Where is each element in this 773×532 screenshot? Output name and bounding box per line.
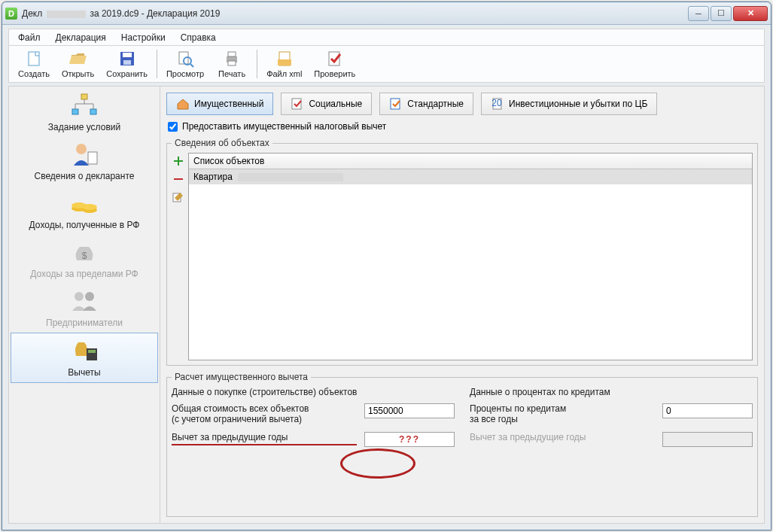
svg-rect-3 [123,60,131,65]
sidebar-label: Вычеты [14,367,154,378]
svg-rect-9 [228,61,236,65]
objects-fieldset: Сведения об объектах Список объектов Ква… [166,138,758,366]
minimize-button[interactable]: ─ [688,6,709,21]
close-button[interactable]: ✕ [733,6,768,21]
hierarchy-icon [69,93,99,117]
tab-social[interactable]: Социальные [281,93,372,115]
toolbar-separator [157,50,157,78]
menubar: Файл Декларация Настройки Справка [8,29,765,45]
sidebar-item-conditions[interactable]: Задание условий [11,88,158,137]
preview-label: Просмотр [166,69,204,78]
sidebar-label: Задание условий [14,122,155,132]
menu-settings[interactable]: Настройки [115,31,172,44]
svg-line-6 [190,64,193,67]
prev-years-right-input [662,432,753,447]
svg-point-23 [75,292,84,301]
prev-years-row: Вычет за предыдущие годы ??? [172,432,455,447]
body-area: Задание условий Сведения о декларанте До… [8,86,765,524]
tab-label: Стандартные [407,99,464,109]
title-prefix: Декл [22,8,42,19]
tab-label: Имущественный [194,99,263,109]
sidebar-item-income-rf[interactable]: Доходы, полученные в РФ [11,186,158,235]
svg-rect-13 [81,94,87,99]
calc-left-column: Данные о покупке (строительстве) объекто… [172,387,455,454]
people-icon [69,288,99,312]
percent-input[interactable] [662,403,753,418]
plus-icon [172,155,184,167]
tab-invest[interactable]: 20 Инвестиционные и убытки по ЦБ [481,93,657,115]
remove-object-button[interactable] [172,172,185,186]
provide-deduction-checkbox[interactable] [168,122,178,132]
preview-button[interactable]: Просмотр [160,47,210,81]
prev-years-input[interactable]: ??? [364,432,455,447]
xml-file-icon [275,50,294,68]
title-suffix: за 2019.dc9 - Декларация 2019 [90,8,220,19]
print-icon [223,50,241,68]
maximize-button[interactable]: ☐ [711,6,732,21]
open-button[interactable]: Открыть [56,47,100,81]
check-label: Проверить [314,69,355,78]
sidebar-item-deductions[interactable]: Вычеты [11,333,158,383]
check-icon [326,50,344,68]
tab-property[interactable]: Имущественный [166,93,273,115]
svg-point-16 [76,144,87,154]
svg-rect-15 [90,109,96,114]
sidebar-label: Доходы, полученные в РФ [14,220,155,230]
tab-label: Социальные [309,99,362,109]
window-title: Декл за 2019.dc9 - Декларация 2019 [22,8,688,19]
svg-rect-0 [29,52,39,65]
toolbar: Создать Открыть Сохранить Просмотр Печат… [8,45,765,83]
house-icon [176,97,190,111]
main-panel: Имущественный Социальные Стандартные 20 … [160,86,765,524]
object-list-row[interactable]: Квартира [189,169,752,184]
calc-right-title: Данные о процентах по кредитам [470,387,753,397]
tab-standard[interactable]: Стандартные [379,93,473,115]
object-row-redacted [238,173,343,181]
menu-declaration[interactable]: Декларация [50,31,112,44]
percent-label: Проценты по кредитам за все годы [470,403,655,424]
sidebar-label: Предприниматели [14,318,155,328]
svg-rect-17 [88,152,97,164]
object-list-header: Список объектов [189,154,752,169]
window-controls: ─ ☐ ✕ [688,6,768,21]
titlebar[interactable]: Декл за 2019.dc9 - Декларация 2019 ─ ☐ ✕ [2,2,771,25]
sidebar-item-income-abroad[interactable]: $ Доходы за пределами РФ [11,235,158,284]
sidebar-item-entrepreneurs[interactable]: Предприниматели [11,284,158,333]
calc-fieldset: Расчет имущественного вычета Данные о по… [166,372,758,517]
tab-row: Имущественный Социальные Стандартные 20 … [163,90,761,121]
save-button[interactable]: Сохранить [100,47,154,81]
calc-right-column: Данные о процентах по кредитам Проценты … [470,387,753,454]
svg-rect-8 [228,52,236,56]
create-button[interactable]: Создать [12,47,56,81]
folder-open-icon [69,50,87,68]
sidebar-item-declarant[interactable]: Сведения о декларанте [11,137,158,186]
calc-left-title: Данные о покупке (строительстве) объекто… [172,387,455,397]
provide-deduction-label: Предоставить имущественный налоговый выч… [182,121,386,132]
prev-years-right-row: Вычет за предыдущие годы [470,432,753,447]
print-button[interactable]: Печать [210,47,254,81]
menu-help[interactable]: Справка [175,31,222,44]
objects-legend: Сведения об объектах [172,138,272,148]
sidebar-label: Сведения о декларанте [14,171,155,181]
total-cost-label: Общая стоимость всех объектов (с учетом … [172,403,357,424]
object-row-text: Квартира [193,172,233,182]
sidebar-label: Доходы за пределами РФ [14,269,155,279]
app-icon [5,8,17,20]
edit-object-button[interactable] [172,190,185,204]
check-button[interactable]: Проверить [308,47,361,81]
object-list[interactable]: Список объектов Квартира [188,153,753,360]
calc-legend: Расчет имущественного вычета [172,372,311,382]
filexml-button[interactable]: Файл xml [260,47,308,81]
svg-rect-27 [292,99,301,109]
svg-text:20: 20 [491,98,502,108]
total-cost-input[interactable] [364,403,455,418]
provide-deduction-row: Предоставить имущественный налоговый выч… [163,121,761,135]
document-icon: 20 [491,97,504,111]
add-object-button[interactable] [172,154,185,168]
svg-rect-26 [88,350,96,353]
clipboard-check-icon [389,97,403,111]
prev-years-label: Вычет за предыдущие годы [172,432,357,445]
person-icon [69,141,99,166]
svg-point-21 [82,204,97,210]
menu-file[interactable]: Файл [12,31,47,44]
